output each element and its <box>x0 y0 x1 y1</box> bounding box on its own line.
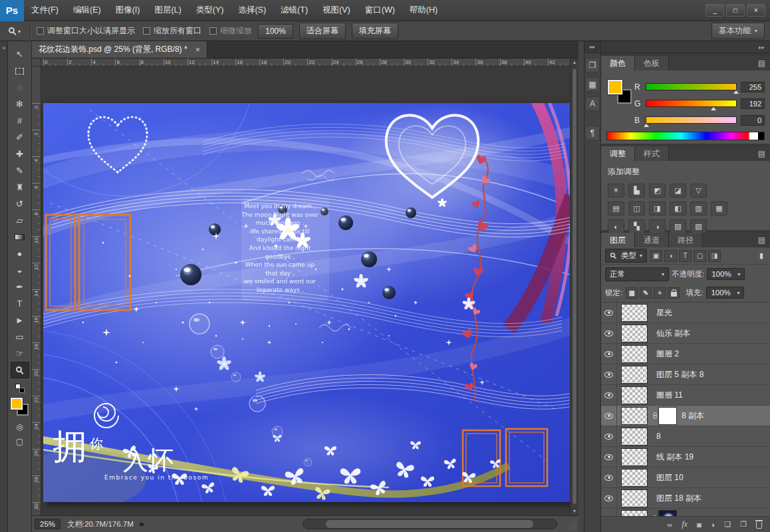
quick-mask-icon[interactable]: ◎ <box>11 420 29 434</box>
new-adjustment-layer-icon[interactable]: ◑ <box>711 521 715 529</box>
clone-stamp-tool[interactable]: ♜ <box>11 179 29 196</box>
adjustment-invert-icon[interactable]: ◐ <box>608 219 624 233</box>
close-button[interactable]: × <box>747 4 765 17</box>
menu-item[interactable]: 视图(V) <box>315 0 358 21</box>
vertical-scrollbar[interactable]: ▲ ▼ <box>570 59 578 515</box>
panel-menu-icon[interactable]: ▤ <box>758 235 765 245</box>
zoom-100-button[interactable]: 100% <box>258 24 293 39</box>
layer-visibility-toggle[interactable] <box>601 344 617 364</box>
layer-name[interactable]: 圖層 2 <box>656 348 679 360</box>
layer-row[interactable]: 仙乐 副本 <box>601 323 770 344</box>
canvas-artwork[interactable]: Meet you in my dream ,The moon Night was… <box>43 103 570 502</box>
zoom-tool[interactable] <box>11 362 29 378</box>
panel-tab[interactable]: 路径 <box>669 233 703 247</box>
lock-transparency-icon[interactable]: ▦ <box>626 287 638 299</box>
add-layer-mask-icon[interactable]: ◙ <box>697 521 702 529</box>
filter-adjustment-layers-icon[interactable]: ◑ <box>664 250 677 262</box>
adjustment-color-balance-icon[interactable]: ◫ <box>628 201 645 215</box>
quick-selection-tool[interactable]: ✻ <box>11 96 29 112</box>
layer-thumbnail[interactable] <box>621 325 648 342</box>
adjustment-brightness-contrast-icon[interactable]: ☀ <box>608 184 624 198</box>
adjustment-gradient-map-icon[interactable]: ▨ <box>670 219 686 233</box>
adjustment-threshold-icon[interactable]: ◑ <box>649 219 666 233</box>
channel-slider[interactable] <box>646 83 737 90</box>
fill-screen-button[interactable]: 填充屏幕 <box>352 23 398 39</box>
resize-grip[interactable] <box>567 520 577 529</box>
expand-panels-button[interactable]: ▸▸ <box>584 41 600 53</box>
panel-menu-icon[interactable]: ▤ <box>758 59 765 68</box>
layer-name[interactable]: 图层 10 <box>656 472 684 483</box>
adjustment-exposure-icon[interactable]: ◪ <box>670 184 686 198</box>
layer-filter-toggle[interactable]: ▮ <box>759 251 766 261</box>
delete-layer-icon[interactable] <box>756 520 762 529</box>
foreground-color-swatch[interactable] <box>608 80 622 94</box>
lasso-tool[interactable]: ◌ <box>11 79 29 96</box>
panel-menu-icon[interactable]: ▤ <box>758 149 765 158</box>
foreground-color-swatch[interactable] <box>11 398 23 410</box>
layer-visibility-toggle[interactable] <box>601 509 617 516</box>
color-spectrum-ramp[interactable] <box>606 132 765 140</box>
layer-name[interactable]: 圖層 11 <box>656 390 683 401</box>
adjustment-photo-filter-icon[interactable]: ◧ <box>670 201 686 215</box>
layer-row[interactable]: 圖層 2 <box>601 344 770 364</box>
layer-visibility-toggle[interactable] <box>601 323 617 343</box>
menu-item[interactable]: 选择(S) <box>231 0 273 21</box>
fill-select[interactable]: 100% ▾ <box>706 287 744 299</box>
maximize-button[interactable]: □ <box>726 4 745 17</box>
fit-screen-button[interactable]: 适合屏幕 <box>299 23 346 39</box>
adjustment-hue-saturation-icon[interactable]: ▤ <box>608 201 624 215</box>
layer-row[interactable]: 8 <box>601 426 770 447</box>
layer-row[interactable]: 8 副本 <box>601 406 770 426</box>
scroll-down-icon[interactable]: ▼ <box>571 507 578 515</box>
layer-thumbnail[interactable] <box>621 366 648 384</box>
type-tool[interactable]: T <box>11 295 29 312</box>
layer-thumbnail[interactable] <box>621 304 648 322</box>
layer-name[interactable]: 8 <box>656 432 661 441</box>
panel-expander-strip[interactable]: » <box>0 41 8 532</box>
checkbox-icon[interactable] <box>37 27 44 35</box>
checkbox-icon[interactable] <box>143 27 150 35</box>
layer-visibility-toggle[interactable] <box>601 426 617 446</box>
layer-name[interactable]: 星光 <box>656 307 672 319</box>
new-layer-icon[interactable]: ❐ <box>740 520 747 529</box>
menu-item[interactable]: 图像(I) <box>108 0 148 21</box>
rectangular-marquee-tool[interactable] <box>11 63 29 79</box>
layer-thumbnail[interactable] <box>621 428 648 446</box>
adjustment-curves-icon[interactable]: ◩ <box>649 184 666 198</box>
history-panel-icon[interactable]: ❐ <box>585 58 600 72</box>
layer-name[interactable]: 图层 5 副本 8 <box>656 369 704 380</box>
slider-handle[interactable] <box>711 107 716 110</box>
option-checkbox[interactable]: 调整窗口大小以满屏显示 <box>37 25 135 37</box>
adjustment-black-white-icon[interactable]: ◨ <box>649 201 666 215</box>
adjustment-selective-color-icon[interactable]: ▧ <box>690 219 707 233</box>
layer-row[interactable] <box>601 509 770 516</box>
document-tab[interactable]: 花纹花边装饰.psd @ 25% (背景, RGB/8) * × <box>32 41 207 58</box>
paragraph-panel-icon[interactable]: ¶ <box>585 126 600 140</box>
menu-item[interactable]: 编辑(E) <box>66 0 108 21</box>
layer-visibility-toggle[interactable] <box>601 303 617 323</box>
scroll-up-icon[interactable]: ▲ <box>571 59 578 66</box>
filter-shape-layers-icon[interactable]: ▢ <box>694 250 706 262</box>
path-selection-tool[interactable]: ► <box>11 312 29 329</box>
filter-smart-objects-icon[interactable]: ◨ <box>708 250 721 262</box>
layer-visibility-toggle[interactable] <box>601 488 617 508</box>
channel-value-field[interactable]: 192 <box>741 98 765 109</box>
adjustment-vibrance-icon[interactable]: ▽ <box>690 184 707 198</box>
layer-thumbnail[interactable] <box>621 386 648 404</box>
move-tool[interactable]: ↖ <box>11 46 29 63</box>
layer-mask-thumbnail[interactable] <box>658 407 677 425</box>
pen-tool[interactable]: ✒ <box>11 279 29 295</box>
layer-visibility-toggle[interactable] <box>601 364 617 384</box>
layer-thumbnail[interactable] <box>621 469 648 487</box>
slider-handle[interactable] <box>733 90 739 94</box>
workspace-switcher[interactable]: 基本功能 ▾ <box>711 23 765 39</box>
lock-pixels-icon[interactable]: ✎ <box>640 287 652 299</box>
layer-name[interactable]: 仙乐 副本 <box>656 328 690 339</box>
layer-visibility-toggle[interactable] <box>601 385 617 405</box>
panel-tab[interactable]: 通道 <box>635 233 669 247</box>
eyedropper-tool[interactable]: ✐ <box>11 129 29 146</box>
chevron-down-icon[interactable]: ▾ <box>18 29 21 35</box>
blend-mode-select[interactable]: 正常 ▾ <box>605 267 669 281</box>
collapse-panels-button[interactable]: ▸▸ <box>601 41 770 53</box>
menu-item[interactable]: 帮助(H) <box>402 0 445 21</box>
